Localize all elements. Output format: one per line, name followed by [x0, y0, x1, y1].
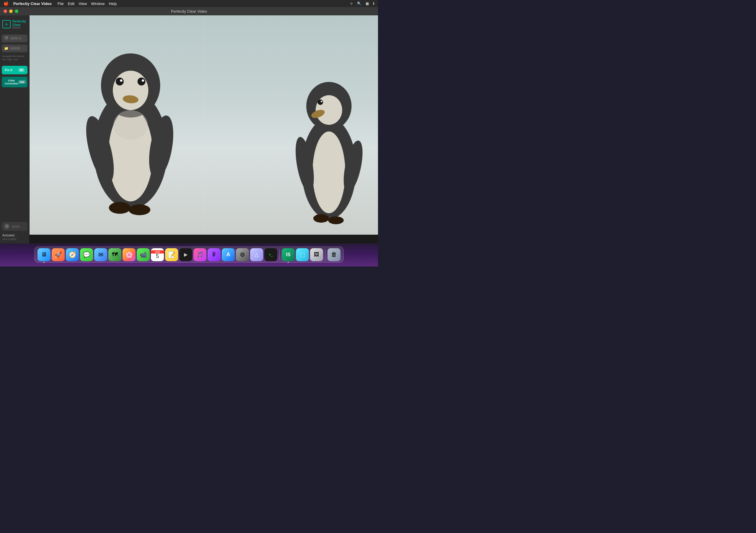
dock-separator	[279, 249, 280, 260]
fix-it-label: Fix it	[5, 68, 13, 72]
dock-item-appstore[interactable]: A	[222, 248, 235, 261]
svg-point-8	[142, 79, 144, 82]
trash-icon: 🗑	[331, 251, 337, 258]
user-icon[interactable]: ℹ	[373, 1, 374, 6]
logo-text: Perfectly Clear By EyeQ	[13, 19, 27, 29]
screenshot-icon: ⬚	[300, 251, 305, 258]
input-video-button[interactable]: 🎬 ▓▓▓▓ ▓▓▓▓▓▓	[2, 35, 27, 42]
dock-item-photos[interactable]: 🌸	[122, 248, 136, 261]
music-icon: 🎵	[196, 251, 204, 258]
sidebar-spacer	[2, 90, 27, 222]
facetime-icon: 📹	[140, 251, 147, 258]
penguin-scene	[30, 15, 378, 235]
logo-name: Perfectly Clear	[13, 19, 27, 27]
svg-point-12	[129, 205, 150, 216]
app-window: Perfectly Clear By EyeQ 🎬 ▓▓▓▓ ▓▓▓▓▓▓ 📁 …	[0, 15, 378, 243]
maximize-button[interactable]	[15, 10, 18, 13]
folder-icon: 📁	[4, 46, 9, 50]
minimize-button[interactable]	[9, 10, 13, 13]
help-area[interactable]: ? ▓▓▓▓	[2, 222, 27, 231]
dock-item-mail[interactable]: ✉	[94, 248, 107, 261]
preview-icon: 🖼	[314, 251, 319, 258]
menu-bar: 🍎 Perfectly Clear Video File Edit View W…	[0, 0, 378, 7]
video-divider	[204, 15, 204, 235]
video-icon: 🎬	[4, 36, 9, 40]
penguin-right	[281, 59, 378, 235]
finder-icon: 🖥	[41, 251, 47, 258]
svg-point-3	[113, 71, 148, 110]
dock-area: 🖥 🚀 🧭 💬 ✉ 🗺 🌸 📹	[0, 243, 378, 266]
color-correction-value: 100	[18, 80, 26, 84]
video-area[interactable]	[30, 15, 378, 235]
input-video-text: ▓▓▓▓ ▓▓▓▓▓▓	[10, 37, 25, 39]
apple-menu[interactable]: 🍎	[4, 1, 9, 6]
output-folder-button[interactable]: 📁 ▓▓▓▓▓ ▓▓	[2, 44, 27, 52]
finder-active-dot	[43, 262, 44, 263]
dock-item-appletv[interactable]: ▶	[179, 248, 192, 261]
sidebar: Perfectly Clear By EyeQ 🎬 ▓▓▓▓ ▓▓▓▓▓▓ 📁 …	[0, 15, 30, 243]
search-icon[interactable]: 🔍	[357, 1, 362, 6]
dock-item-screenshot[interactable]: ⬚	[296, 248, 309, 261]
activation-info: Activated v4.0.1.2223	[2, 234, 27, 241]
dock-item-facetime[interactable]: 📹	[137, 248, 150, 261]
control-center-icon2[interactable]: ▦	[365, 1, 369, 6]
dock-item-preview[interactable]: 🖼	[310, 248, 323, 261]
svg-point-7	[138, 78, 146, 86]
dock-item-reeder[interactable]: IS	[282, 248, 295, 261]
podcasts-icon: 🎙	[211, 251, 217, 258]
dock-item-finder[interactable]: 🖥	[38, 248, 50, 261]
mail-icon: ✉	[98, 251, 103, 258]
activation-version: v4.0.1.2223	[2, 238, 27, 241]
svg-point-11	[109, 202, 131, 214]
svg-point-6	[120, 79, 122, 82]
messages-icon: 💬	[83, 251, 90, 258]
svg-point-20	[321, 101, 322, 102]
window-title: Perfectly Clear Video	[171, 9, 207, 13]
help-text: ▓▓▓▓	[12, 225, 20, 228]
reeder-active-dot	[288, 262, 289, 263]
dock-item-launchpad[interactable]: 🚀	[52, 248, 65, 261]
terminal-icon: >_	[269, 253, 273, 257]
dock-item-podcasts[interactable]: 🎙	[208, 248, 221, 261]
menu-edit[interactable]: Edit	[68, 1, 74, 6]
color-correction-label: Color Correction	[5, 79, 18, 85]
dock-item-notes[interactable]: 📝	[165, 248, 178, 261]
dock-item-calendar[interactable]: JUN 5	[151, 248, 164, 261]
control-center-icon[interactable]: ⊹	[350, 1, 353, 6]
launchpad-icon: 🚀	[55, 251, 62, 258]
logo-area: Perfectly Clear By EyeQ	[2, 18, 27, 30]
appstore-icon: A	[227, 251, 230, 258]
close-button[interactable]	[4, 10, 7, 13]
color-correction-button[interactable]: Color Correction 100	[2, 77, 27, 88]
svg-point-5	[116, 78, 124, 86]
menu-view[interactable]: View	[79, 1, 87, 6]
altlabel-icon: △	[255, 251, 259, 258]
title-bar: Perfectly Clear Video	[0, 7, 378, 15]
dock-item-system-preferences[interactable]: ⚙	[236, 248, 249, 261]
traffic-lights	[4, 10, 18, 13]
notes-icon: 📝	[168, 251, 176, 258]
fix-it-button[interactable]: Fix it 80	[2, 66, 27, 74]
svg-point-23	[313, 214, 329, 222]
safari-icon: 🧭	[69, 251, 76, 258]
penguin-left	[65, 26, 197, 224]
app-menu-name[interactable]: Perfectly Clear Video	[13, 1, 52, 6]
dock-item-altlabel[interactable]: △	[250, 248, 263, 261]
dock-item-maps[interactable]: 🗺	[108, 248, 122, 261]
dock-item-trash[interactable]: 🗑	[328, 248, 340, 261]
output-folder-text: ▓▓▓▓▓ ▓▓	[10, 47, 25, 50]
menu-file[interactable]: File	[58, 1, 64, 6]
activation-status: Activated	[2, 234, 27, 237]
dock-item-terminal[interactable]: >_	[264, 248, 277, 261]
menu-help[interactable]: Help	[109, 1, 117, 6]
sysprefs-icon: ⚙	[240, 251, 245, 258]
calendar-day: 5	[156, 254, 159, 259]
dock-item-messages[interactable]: 💬	[80, 248, 93, 261]
dock-item-music[interactable]: 🎵	[193, 248, 206, 261]
dock: 🖥 🚀 🧭 💬 ✉ 🗺 🌸 📹	[34, 246, 344, 263]
svg-point-19	[317, 99, 323, 105]
video-bottom-bar	[30, 235, 378, 243]
dock-item-safari[interactable]: 🧭	[66, 248, 79, 261]
menu-window[interactable]: Window	[91, 1, 104, 6]
help-icon: ?	[4, 224, 10, 229]
